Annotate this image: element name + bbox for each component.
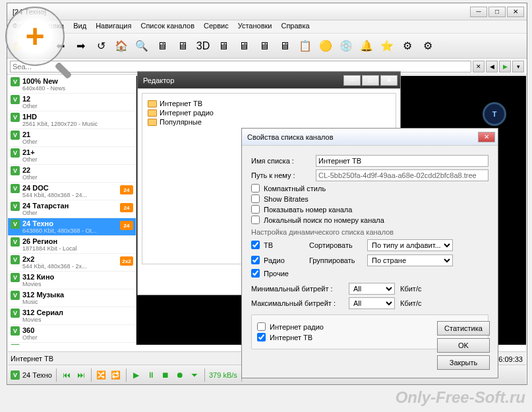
prev-button[interactable]: ⏮: [61, 369, 73, 381]
toolbar-button-0[interactable]: 📁: [10, 37, 28, 55]
toolbar-button-4[interactable]: ↺: [92, 37, 110, 55]
search-clear-button[interactable]: ✕: [473, 61, 485, 73]
watermark: Only-Free-Soft.ru: [396, 388, 525, 407]
minimize-button[interactable]: ─: [470, 7, 487, 17]
shownum-checkbox[interactable]: [251, 205, 260, 214]
channel-item[interactable]: V312 СериалMovies: [8, 307, 136, 325]
record-button[interactable]: ⏺: [174, 369, 186, 381]
channel-item[interactable]: V22Other: [8, 165, 136, 183]
radio-checkbox[interactable]: [251, 256, 260, 264]
stats-button[interactable]: Статистика: [437, 321, 490, 336]
shuffle-button[interactable]: 🔀: [96, 369, 107, 381]
channel-item[interactable]: V24 DOC544 Kbit, 480x368 - 24...24: [8, 183, 136, 200]
close-button[interactable]: ✕: [507, 7, 524, 17]
toolbar-button-8[interactable]: 🖥: [173, 37, 192, 55]
compact-checkbox[interactable]: [251, 184, 260, 192]
channel-name: 22: [22, 166, 133, 174]
repeat-button[interactable]: 🔁: [110, 369, 122, 381]
toolbar-button-19[interactable]: ⚙: [398, 37, 417, 55]
channel-meta: 1871884 Kbit - Local: [22, 245, 133, 252]
menu-settings[interactable]: Установки: [238, 22, 272, 32]
ok-button[interactable]: OK: [437, 338, 490, 353]
channel-item[interactable]: V365Other: [8, 343, 136, 345]
sort-select[interactable]: По типу и алфавит...: [367, 239, 453, 251]
toolbar-button-5[interactable]: 🏠: [112, 37, 131, 55]
skip-button[interactable]: ⏷: [189, 369, 200, 381]
stop-button[interactable]: ⏹: [160, 369, 171, 381]
other-checkbox[interactable]: [251, 269, 260, 278]
tree-node[interactable]: Интернет радио: [148, 108, 390, 117]
toolbar-button-18[interactable]: ⭐: [378, 37, 396, 55]
play-button[interactable]: ▶: [131, 369, 142, 381]
channel-item[interactable]: V24 Техно643860 Kbit, 480x368 - Ot...24: [8, 218, 136, 236]
editor-minimize-button[interactable]: ─: [343, 75, 361, 86]
toolbar-button-2[interactable]: ⬅: [51, 37, 69, 55]
editor-close-button[interactable]: ✕: [380, 75, 398, 86]
toolbar-button-15[interactable]: 🟡: [316, 37, 335, 55]
channel-item[interactable]: V21Other: [8, 129, 136, 147]
channel-item[interactable]: V360Other: [8, 325, 136, 343]
menu-nav[interactable]: Навигация: [96, 22, 131, 32]
toolbar-button-1[interactable]: 🗂: [30, 37, 49, 55]
toolbar-button-16[interactable]: 💿: [337, 37, 355, 55]
menu-channels[interactable]: Список каналов: [140, 22, 194, 32]
toolbar-button-6[interactable]: 🔍: [133, 37, 151, 55]
search-input[interactable]: [10, 61, 471, 73]
inetradio-checkbox[interactable]: [257, 322, 266, 331]
localsearch-checkbox[interactable]: [251, 216, 260, 224]
toolbar-button-11[interactable]: 🖥: [235, 37, 253, 55]
toolbar-button-10[interactable]: 🖥: [214, 37, 233, 55]
toolbar-button-20[interactable]: ⚙: [419, 37, 437, 55]
cancel-button[interactable]: Закрыть: [437, 355, 490, 370]
channel-v-icon: V: [11, 291, 20, 300]
toolbar-button-13[interactable]: 🖥: [276, 37, 294, 55]
menu-file[interactable]: Файл: [13, 22, 30, 32]
channel-list[interactable]: V100% New640x480 - NewsV12OtherV1HD2561 …: [8, 76, 136, 345]
channel-item[interactable]: V12Other: [8, 94, 136, 111]
channel-item[interactable]: V312 МузыкаMusic: [8, 289, 136, 307]
menu-view[interactable]: Вид: [73, 22, 86, 32]
toolbar-button-9[interactable]: 3D: [194, 37, 212, 55]
toolbar-button-7[interactable]: 🖥: [153, 37, 171, 55]
bitrates-checkbox[interactable]: [251, 194, 260, 203]
tree-node[interactable]: Популярные: [148, 117, 390, 127]
props-close-button[interactable]: ✕: [478, 132, 495, 142]
channel-logo-icon: T: [483, 102, 506, 126]
channel-item[interactable]: V100% New640x480 - News: [8, 76, 136, 94]
minbitrate-select[interactable]: All: [349, 283, 395, 295]
maxbitrate-select[interactable]: All: [349, 297, 395, 309]
channel-meta: 643860 Kbit, 480x368 - Ot...: [22, 227, 133, 234]
menu-edit[interactable]: Правка: [40, 22, 64, 32]
channel-meta: Movies: [22, 316, 133, 323]
channel-item[interactable]: V21+Other: [8, 147, 136, 165]
maximize-button[interactable]: □: [488, 7, 506, 17]
channel-item[interactable]: V312 КиноMovies: [8, 272, 136, 289]
channel-item[interactable]: V24 ТатарстанOther24: [8, 200, 136, 218]
toolbar-button-14[interactable]: 📋: [296, 37, 314, 55]
channel-v-icon: V: [11, 326, 20, 336]
menu-help[interactable]: Справка: [281, 22, 309, 32]
search-menu-button[interactable]: ▾: [512, 61, 524, 73]
search-prev-button[interactable]: ◀: [486, 61, 498, 73]
inettv-checkbox[interactable]: [257, 333, 266, 341]
channel-badge: 2x2: [120, 256, 133, 266]
tree-node[interactable]: Интернет ТВ: [148, 99, 390, 108]
status-list: Интернет ТВ: [11, 355, 53, 363]
channel-name: 312 Кино: [22, 273, 133, 281]
toolbar-button-12[interactable]: 🖥: [255, 37, 274, 55]
menu-service[interactable]: Сервис: [204, 22, 229, 32]
editor-maximize-button[interactable]: □: [362, 75, 379, 86]
tv-checkbox[interactable]: [251, 241, 260, 249]
listname-input[interactable]: [316, 155, 488, 167]
toolbar-button-17[interactable]: 🔔: [357, 37, 376, 55]
pause-button[interactable]: ⏸: [145, 369, 157, 381]
group-select[interactable]: По стране: [367, 254, 453, 266]
channel-item[interactable]: V26 Регион1871884 Kbit - Local: [8, 236, 136, 254]
search-play-button[interactable]: ▶: [499, 61, 511, 73]
toolbar-button-3[interactable]: ➡: [71, 37, 90, 55]
next-button[interactable]: ⏭: [75, 369, 87, 381]
channel-item[interactable]: V1HD2561 Kbit, 1280x720 - Music: [8, 111, 136, 129]
channel-v-icon: V: [11, 237, 20, 247]
channel-item[interactable]: V2x2544 Kbit, 480x368 - 2x...2x2: [8, 254, 136, 272]
path-label: Путь к нему :: [251, 171, 310, 179]
